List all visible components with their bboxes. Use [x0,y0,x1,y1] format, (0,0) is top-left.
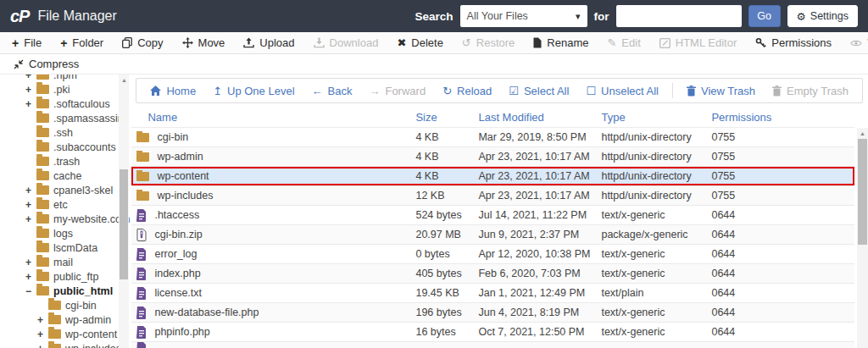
expand-toggle[interactable]: + [25,98,36,110]
tree-item-label: .subaccounts [53,141,116,153]
table-row[interactable]: error_log 0 bytes Apr 12, 2020, 10:38 PM… [131,245,854,264]
nav-divider [672,83,673,98]
select-all-button[interactable]: ☑ Select All [500,79,577,102]
checkbox-empty-icon: ☐ [586,85,596,97]
tree-item[interactable]: +public_ftp [0,269,131,284]
tree-item[interactable]: logs [0,226,131,240]
rename-button[interactable]: Rename [524,32,598,53]
tree-item[interactable]: .spamassassin [0,111,131,125]
tree-item[interactable]: cache [0,168,131,183]
header-bar: cP File Manager Search All Your Files ▾ … [0,0,868,32]
expand-toggle[interactable]: + [37,329,48,340]
upload-button[interactable]: Upload [234,32,303,53]
expand-toggle[interactable]: + [25,271,36,283]
search-scope-select[interactable]: All Your Files ▾ [460,5,587,27]
tree-item[interactable]: cgi-bin [0,298,131,312]
tree-item[interactable]: +wp-content [0,327,131,341]
expand-toggle[interactable]: + [25,199,36,211]
tree-item-label: logs [53,228,73,240]
file-type: text/x-generic [601,307,711,318]
new-folder-button[interactable]: + Folder [51,32,113,53]
collapse-toggle[interactable]: − [25,285,36,297]
file-modified: Jun 9, 2021, 2:37 PM [478,229,601,240]
table-row[interactable]: wp-admin 4 KB Apr 23, 2021, 10:17 AM htt… [131,147,854,167]
table-row[interactable]: index.php 405 bytes Feb 6, 2020, 7:03 PM… [131,264,854,284]
table-row[interactable]: .htaccess 524 bytes Jul 14, 2021, 11:22 … [131,206,854,225]
tree-item[interactable]: +wp-includes [0,341,131,348]
restore-button[interactable]: ↺ Restore [453,32,524,53]
settings-button[interactable]: ⚙ Settings [787,5,858,27]
column-header-name[interactable]: Name [131,111,415,124]
forward-button[interactable]: → Forward [360,79,434,102]
new-file-button[interactable]: + File [3,32,51,53]
zip-file-icon [136,229,147,241]
move-button[interactable]: Move [173,32,235,53]
table-row[interactable]: new-database-file.php 196 bytes Jun 4, 2… [131,303,854,323]
table-row[interactable]: phpinfo.php 16 bytes Oct 7, 2021, 12:50 … [131,323,854,342]
column-header-last-modified[interactable]: Last Modified [478,111,601,124]
tree-item[interactable]: +my-website.com [0,212,131,226]
tree-item[interactable]: +.softaculous [0,97,131,111]
column-header-permissions[interactable]: Permissions [711,111,854,124]
tree-item[interactable]: lscmData [0,240,131,255]
file-icon [136,307,147,319]
scroll-up-arrow-icon[interactable]: ▲ [119,75,129,83]
delete-button[interactable]: ✖ Delete [387,32,452,53]
table-row[interactable]: cgi-bin.zip 20.97 MB Jun 9, 2021, 2:37 P… [131,225,854,245]
folder-icon [36,200,49,209]
download-button[interactable]: Download [304,32,388,53]
file-size: 4 KB [415,131,478,143]
tree-item[interactable]: .subaccounts [0,140,131,154]
view-button[interactable]: View [841,32,868,53]
up-one-level-button[interactable]: ↥ Up One Level [204,79,303,102]
tree-item[interactable]: +mail [0,255,131,269]
file-icon [136,342,147,348]
table-scrollbar[interactable]: ▲ [857,128,868,348]
expand-toggle[interactable]: + [37,343,48,348]
expand-toggle[interactable]: + [25,84,36,96]
edit-button[interactable]: ✎ Edit [598,32,649,53]
tree-item-current[interactable]: −public_html [0,284,131,298]
tree-item[interactable]: +.pki [0,82,131,97]
table-row-selected[interactable]: wp-content 4 KB Apr 23, 2021, 10:17 AM h… [131,167,854,186]
expand-toggle[interactable]: + [25,75,36,81]
tree-item[interactable]: +etc [0,197,131,212]
empty-trash-button[interactable]: Empty Trash [764,79,857,102]
sidebar-scrollbar-thumb[interactable] [120,169,128,279]
tree-item[interactable]: .trash [0,154,131,168]
html-editor-button[interactable]: HTML Editor [650,32,746,53]
table-row[interactable]: license.txt 19.45 KB Jan 1, 2021, 12:49 … [131,284,854,303]
home-button[interactable]: Home [142,79,204,102]
expand-toggle[interactable]: + [37,314,48,326]
file-permissions: 0644 [711,287,854,299]
reload-button[interactable]: ↻ Reload [434,79,500,102]
column-header-size[interactable]: Size [415,111,478,124]
scroll-up-arrow-icon[interactable]: ▲ [857,128,868,136]
file-icon [136,287,147,300]
tree-item[interactable]: +cpanel3-skel [0,183,131,197]
view-trash-button[interactable]: View Trash [678,79,764,102]
expand-toggle[interactable]: + [25,213,36,225]
permissions-button[interactable]: Permissions [746,32,841,53]
file-list-panel: Home ↥ Up One Level ← Back → Forward ↻ R… [131,75,868,348]
table-row-partial[interactable] [131,342,854,348]
restore-icon: ↺ [462,37,471,48]
table-row[interactable]: wp-includes 12 KB Apr 23, 2021, 10:17 AM… [131,186,854,206]
tree-item[interactable]: .ssh [0,125,131,140]
table-scrollbar-thumb[interactable] [858,139,867,245]
file-type: httpd/unix-directory [601,170,711,182]
go-button[interactable]: Go [748,5,781,27]
search-input[interactable] [616,5,742,27]
sidebar-scrollbar[interactable]: ▲ [119,75,129,348]
copy-button[interactable]: Copy [113,32,172,53]
compress-button[interactable]: Compress [4,54,88,74]
tree-item[interactable]: +wp-admin [0,312,131,327]
forward-arrow-icon: → [369,85,380,97]
unselect-all-button[interactable]: ☐ Unselect All [577,79,667,102]
expand-toggle[interactable]: + [25,185,36,196]
tree-item[interactable]: +.npm [0,75,131,82]
expand-toggle[interactable]: + [25,257,36,268]
back-button[interactable]: ← Back [303,79,361,102]
table-row[interactable]: cgi-bin 4 KB Mar 29, 2019, 8:50 PM httpd… [131,128,854,147]
column-header-type[interactable]: Type [601,111,711,124]
